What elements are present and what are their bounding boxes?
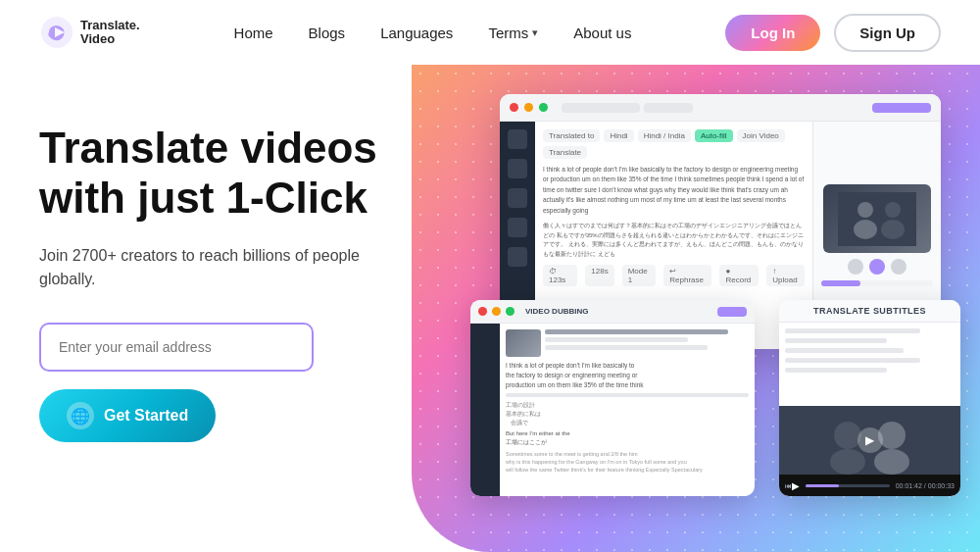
translate-time-display: 00:01:42 / 00:00:33 — [896, 482, 955, 489]
preview-video-thumbnail — [823, 184, 931, 253]
btn-record[interactable]: ● Record — [719, 265, 759, 286]
toolbar-chip: Auto-fill — [695, 129, 733, 142]
hero-subtitle: Join 2700+ creators to reach billions of… — [39, 244, 402, 291]
toolbar-chip: Translate — [543, 146, 587, 159]
sidebar-item-icon — [508, 188, 527, 208]
translate-bottom-bar: ⏮ ▶ 00:01:42 / 00:00:33 — [779, 475, 960, 496]
nav-terms[interactable]: Terms ▾ — [488, 25, 538, 41]
subtitle-thumbnail — [506, 329, 541, 357]
get-started-button[interactable]: 🌐 Get Started — [39, 389, 216, 442]
navbar: Translate. Video Home Blogs Languages Te… — [0, 0, 980, 65]
preview-controls — [848, 259, 906, 275]
subtitle-body-text: But here I'm either at the 工場にはここが — [506, 429, 749, 447]
svg-point-11 — [874, 449, 909, 475]
signup-button[interactable]: Sign Up — [834, 14, 941, 52]
toolbar-chip: Hindi — [604, 129, 633, 142]
subtitle-window-bar: VIDEO DUBBING — [470, 300, 755, 324]
btn-upload[interactable]: ↑ Upload — [766, 265, 805, 286]
nav-languages[interactable]: Languages — [380, 25, 453, 41]
translate-panel: TRANSLATE SUBTITLES ▶ ⏮ — [779, 300, 960, 496]
logo[interactable]: Translate. Video — [39, 15, 140, 50]
svg-rect-2 — [838, 192, 916, 246]
control-play-icon — [869, 259, 885, 275]
sidebar-item-icon — [508, 129, 527, 149]
translate-video-preview: ▶ — [779, 406, 960, 475]
subtitle-maximize-dot — [506, 307, 514, 316]
logo-text: Translate. Video — [80, 19, 140, 47]
subtitle-text-lines — [545, 329, 749, 353]
hero-section: Translate videos with just 1-Click Join … — [0, 65, 980, 552]
editor-text-japanese: 働く人々はすでのまでは何ばす？基本的に私はその工場のデザインエンジニアリング会議… — [543, 222, 805, 259]
hero-title: Translate videos with just 1-Click — [39, 124, 402, 223]
svg-point-9 — [830, 449, 865, 475]
globe-icon: 🌐 — [67, 402, 94, 429]
translate-progress-bar — [806, 484, 890, 487]
translate-play-icon[interactable]: ▶ — [858, 427, 883, 453]
translate-play-btn[interactable]: ▶ — [792, 480, 800, 491]
subtitle-text-line — [545, 329, 728, 334]
window-maximize-dot — [539, 103, 548, 112]
translate-text-line — [785, 368, 887, 373]
subtitle-japanese-text: 工場の設計 基本的に私は 会議で — [506, 401, 749, 427]
toolbar-chip: Join Video — [737, 129, 785, 142]
sidebar-item-icon — [508, 218, 527, 237]
translate-text-line — [785, 338, 887, 343]
svg-point-6 — [881, 220, 905, 239]
translate-progress-fill — [806, 484, 839, 487]
subtitle-divider — [506, 393, 749, 397]
window-minimize-dot — [524, 103, 533, 112]
subtitle-text-line — [545, 345, 708, 350]
btn-rephrase[interactable]: ↩ Rephrase — [663, 265, 711, 286]
control-prev-icon — [848, 259, 863, 275]
editor-toolbar: Translated to Hindi Hindi / India Auto-f… — [543, 129, 805, 159]
translate-time-start: ⏮ — [785, 482, 792, 489]
subtitle-body: I think a lot of people don't I'm like b… — [470, 324, 755, 496]
nav-links: Home Blogs Languages Terms ▾ About us — [234, 25, 632, 41]
subtitle-text-line — [545, 337, 688, 342]
email-input[interactable] — [59, 339, 294, 355]
chevron-down-icon: ▾ — [532, 26, 538, 39]
sidebar-item-icon — [508, 159, 527, 178]
svg-point-4 — [854, 220, 877, 239]
subtitle-minimize-dot — [492, 307, 501, 316]
translate-text-line — [785, 348, 904, 353]
logo-icon — [39, 15, 74, 50]
stat-chip: ⏱ 123s — [543, 265, 577, 286]
window-titlebar — [500, 94, 941, 122]
email-input-wrapper[interactable] — [39, 323, 314, 372]
translate-panel-body — [779, 323, 960, 406]
nav-buttons: Log In Sign Up — [725, 14, 941, 52]
preview-progress — [821, 280, 933, 286]
window-close-dot — [510, 103, 518, 112]
subtitle-action-chip — [717, 307, 747, 317]
toolbar-chip: Translated to — [543, 129, 600, 142]
stat-chip: Mode 1 — [622, 265, 657, 286]
subtitle-sidebar — [470, 324, 500, 496]
app-mockup-area: Translated to Hindi Hindi / India Auto-f… — [470, 75, 960, 535]
svg-point-5 — [885, 202, 901, 218]
translate-text-line — [785, 358, 920, 363]
nav-about[interactable]: About us — [573, 25, 631, 41]
subtitle-window: VIDEO DUBBING I think a lot of — [470, 300, 755, 496]
editor-text-english: I think a lot of people don't I'm like b… — [543, 165, 805, 216]
subtitle-main-text: I think a lot of people don't I'm like b… — [506, 361, 749, 389]
control-next-icon — [891, 259, 906, 275]
nav-blogs[interactable]: Blogs — [309, 25, 346, 41]
subtitle-close-dot — [478, 307, 487, 316]
toolbar-chip: Hindi / India — [638, 129, 691, 142]
translate-text-line — [785, 328, 920, 333]
subtitle-content: I think a lot of people don't I'm like b… — [500, 324, 755, 496]
sidebar-item-icon — [508, 247, 527, 267]
subtitle-window-title: VIDEO DUBBING — [525, 307, 712, 316]
translate-panel-title: TRANSLATE SUBTITLES — [779, 300, 960, 323]
svg-point-3 — [858, 202, 873, 218]
editor-stats: ⏱ 123s 128s Mode 1 ↩ Rephrase ● Record ↑… — [543, 265, 805, 286]
subtitle-row — [506, 329, 749, 357]
subtitle-extra-text: Sometimes some to the meet is getting an… — [506, 451, 749, 474]
hero-content: Translate videos with just 1-Click Join … — [39, 124, 402, 442]
login-button[interactable]: Log In — [725, 15, 820, 51]
nav-home[interactable]: Home — [234, 25, 273, 41]
stat-chip: 128s — [585, 265, 613, 286]
